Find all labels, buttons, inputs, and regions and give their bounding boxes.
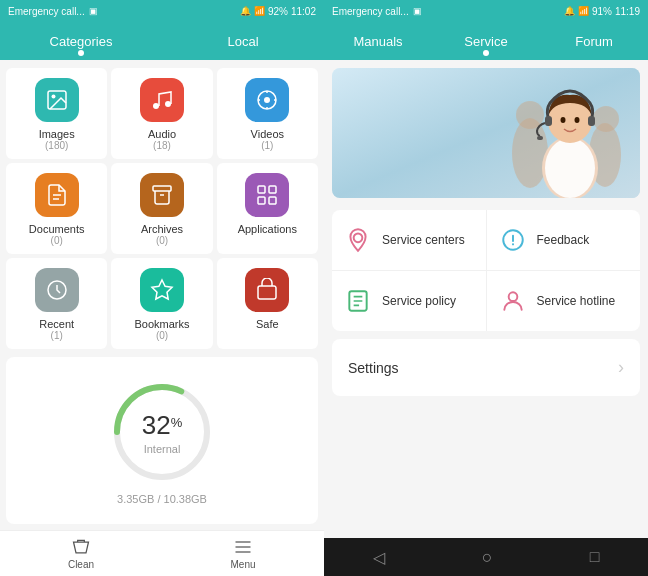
clean-label: Clean bbox=[68, 559, 94, 570]
svg-point-36 bbox=[511, 243, 513, 245]
right-app-name: Emergency call... ▣ bbox=[332, 6, 422, 17]
clean-button[interactable]: Clean bbox=[0, 531, 162, 576]
svg-point-30 bbox=[575, 117, 580, 123]
archives-label: Archives bbox=[141, 223, 183, 235]
service-policy-item[interactable]: Service policy bbox=[332, 271, 487, 331]
settings-row[interactable]: Settings › bbox=[332, 339, 640, 396]
images-label: Images bbox=[39, 128, 75, 140]
home-button[interactable]: ○ bbox=[482, 547, 493, 568]
service-policy-label: Service policy bbox=[382, 294, 456, 308]
left-panel: Emergency call... ▣ 🔔 📶 92% 11:02 Catego… bbox=[0, 0, 324, 576]
bookmarks-icon bbox=[140, 268, 184, 312]
recent-button[interactable]: □ bbox=[590, 548, 600, 566]
videos-label: Videos bbox=[251, 128, 284, 140]
right-status-right: 🔔 📶 91% 11:19 bbox=[564, 6, 640, 17]
main-person-svg bbox=[510, 73, 630, 198]
tab-categories[interactable]: Categories bbox=[0, 22, 162, 60]
clean-icon bbox=[71, 537, 91, 557]
signal-icon: ▣ bbox=[89, 6, 98, 16]
wifi-icon-right: 📶 bbox=[578, 6, 589, 16]
service-hero-image bbox=[332, 68, 640, 198]
svg-point-41 bbox=[508, 292, 517, 301]
grid-item-images[interactable]: Images (180) bbox=[6, 68, 107, 159]
right-tab-bar: Manuals Service Forum bbox=[324, 22, 648, 60]
right-nav-bar: ◁ ○ □ bbox=[324, 538, 648, 576]
tab-forum[interactable]: Forum bbox=[540, 22, 648, 60]
tab-manuals[interactable]: Manuals bbox=[324, 22, 432, 60]
grid-item-safe[interactable]: Safe bbox=[217, 258, 318, 349]
recent-count: (1) bbox=[51, 330, 63, 341]
archives-count: (0) bbox=[156, 235, 168, 246]
menu-label: Menu bbox=[230, 559, 255, 570]
time-left: 11:02 bbox=[291, 6, 316, 17]
safe-label: Safe bbox=[256, 318, 279, 330]
grid-item-documents[interactable]: Documents (0) bbox=[6, 163, 107, 254]
left-tab-bar: Categories Local bbox=[0, 22, 324, 60]
signal-icon-right: ▣ bbox=[413, 6, 422, 16]
grid-item-applications[interactable]: Applications bbox=[217, 163, 318, 254]
grid-item-audio[interactable]: Audio (18) bbox=[111, 68, 212, 159]
settings-label: Settings bbox=[348, 360, 399, 376]
grid-item-bookmarks[interactable]: Bookmarks (0) bbox=[111, 258, 212, 349]
service-row-2: Service policy Service hotline bbox=[332, 271, 640, 331]
service-hotline-item[interactable]: Service hotline bbox=[487, 271, 641, 331]
service-grid: Service centers Feedback bbox=[332, 210, 640, 331]
svg-rect-13 bbox=[269, 197, 276, 204]
tab-service[interactable]: Service bbox=[432, 22, 540, 60]
progress-text: 32% Internal bbox=[142, 409, 182, 454]
svg-rect-33 bbox=[537, 136, 543, 140]
bookmarks-count: (0) bbox=[156, 330, 168, 341]
svg-point-5 bbox=[264, 97, 270, 103]
grid-item-videos[interactable]: Videos (1) bbox=[217, 68, 318, 159]
emergency-call-left: Emergency call... bbox=[8, 6, 85, 17]
progress-number: 32 bbox=[142, 409, 171, 439]
svg-point-3 bbox=[165, 101, 171, 107]
svg-point-1 bbox=[51, 95, 55, 99]
battery-left: 92% bbox=[268, 6, 288, 17]
documents-count: (0) bbox=[51, 235, 63, 246]
recent-label: Recent bbox=[39, 318, 74, 330]
right-panel: Emergency call... ▣ 🔔 📶 91% 11:19 Manual… bbox=[324, 0, 648, 576]
service-row-1: Service centers Feedback bbox=[332, 210, 640, 271]
svg-point-27 bbox=[545, 138, 595, 198]
menu-button[interactable]: Menu bbox=[162, 531, 324, 576]
grid-item-recent[interactable]: Recent (1) bbox=[6, 258, 107, 349]
service-hotline-icon bbox=[499, 287, 527, 315]
hero-background bbox=[332, 68, 640, 198]
svg-rect-11 bbox=[269, 186, 276, 193]
images-icon bbox=[35, 78, 79, 122]
left-status-bar: Emergency call... ▣ 🔔 📶 92% 11:02 bbox=[0, 0, 324, 22]
left-bottom-bar: Clean Menu bbox=[0, 530, 324, 576]
left-status-right: 🔔 📶 92% 11:02 bbox=[240, 6, 316, 17]
svg-point-34 bbox=[354, 234, 363, 243]
time-right: 11:19 bbox=[615, 6, 640, 17]
svg-point-2 bbox=[153, 103, 159, 109]
videos-count: (1) bbox=[261, 140, 273, 151]
back-button[interactable]: ◁ bbox=[373, 548, 385, 567]
storage-section: 32% Internal 3.35GB / 10.38GB bbox=[6, 357, 318, 524]
svg-rect-31 bbox=[545, 116, 552, 126]
battery-right: 91% bbox=[592, 6, 612, 17]
category-grid: Images (180) Audio (18) Videos (1) Docum… bbox=[0, 60, 324, 353]
safe-icon bbox=[245, 268, 289, 312]
left-app-name: Emergency call... ▣ bbox=[8, 6, 98, 17]
videos-icon bbox=[245, 78, 289, 122]
svg-rect-10 bbox=[258, 186, 265, 193]
audio-label: Audio bbox=[148, 128, 176, 140]
service-centers-item[interactable]: Service centers bbox=[332, 210, 487, 270]
feedback-label: Feedback bbox=[537, 233, 590, 247]
svg-rect-16 bbox=[258, 286, 276, 299]
storage-label: Internal bbox=[142, 442, 182, 454]
grid-item-archives[interactable]: Archives (0) bbox=[111, 163, 212, 254]
bookmarks-label: Bookmarks bbox=[134, 318, 189, 330]
chevron-right-icon: › bbox=[618, 357, 624, 378]
feedback-icon bbox=[499, 226, 527, 254]
svg-rect-12 bbox=[258, 197, 265, 204]
feedback-item[interactable]: Feedback bbox=[487, 210, 641, 270]
images-count: (180) bbox=[45, 140, 68, 151]
bell-icon-right: 🔔 bbox=[564, 6, 575, 16]
tab-local[interactable]: Local bbox=[162, 22, 324, 60]
applications-label: Applications bbox=[238, 223, 297, 235]
wifi-icon: 📶 bbox=[254, 6, 265, 16]
applications-icon bbox=[245, 173, 289, 217]
